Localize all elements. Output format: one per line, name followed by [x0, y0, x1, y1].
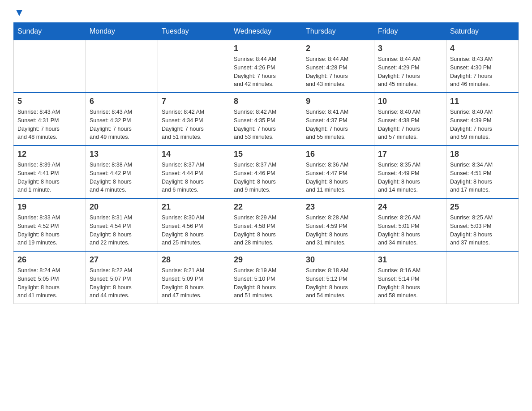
- calendar-cell: 3Sunrise: 8:44 AM Sunset: 4:29 PM Daylig…: [374, 40, 446, 93]
- weekday-header-sunday: Sunday: [14, 23, 86, 40]
- day-number: 31: [378, 255, 442, 265]
- day-info: Sunrise: 8:31 AM Sunset: 4:54 PM Dayligh…: [90, 214, 154, 247]
- day-info: Sunrise: 8:21 AM Sunset: 5:09 PM Dayligh…: [162, 266, 226, 300]
- calendar-week-row: 1Sunrise: 8:44 AM Sunset: 4:26 PM Daylig…: [14, 40, 519, 93]
- calendar-cell: 22Sunrise: 8:29 AM Sunset: 4:58 PM Dayli…: [230, 198, 302, 251]
- calendar-cell: 23Sunrise: 8:28 AM Sunset: 4:59 PM Dayli…: [302, 198, 374, 251]
- calendar-cell: 13Sunrise: 8:38 AM Sunset: 4:42 PM Dayli…: [86, 146, 158, 198]
- day-info: Sunrise: 8:19 AM Sunset: 5:10 PM Dayligh…: [234, 266, 298, 300]
- calendar-week-row: 26Sunrise: 8:24 AM Sunset: 5:05 PM Dayli…: [14, 251, 519, 304]
- day-number: 22: [234, 202, 298, 212]
- day-info: Sunrise: 8:43 AM Sunset: 4:30 PM Dayligh…: [450, 55, 515, 89]
- calendar-cell: 15Sunrise: 8:37 AM Sunset: 4:46 PM Dayli…: [230, 146, 302, 198]
- day-info: Sunrise: 8:16 AM Sunset: 5:14 PM Dayligh…: [378, 266, 442, 300]
- calendar-cell: 2Sunrise: 8:44 AM Sunset: 4:28 PM Daylig…: [302, 40, 374, 93]
- day-info: Sunrise: 8:29 AM Sunset: 4:58 PM Dayligh…: [234, 214, 298, 247]
- day-number: 21: [162, 202, 226, 212]
- day-number: 27: [90, 255, 154, 265]
- day-number: 28: [162, 255, 226, 265]
- calendar-cell: 21Sunrise: 8:30 AM Sunset: 4:56 PM Dayli…: [158, 198, 230, 251]
- calendar-cell: 20Sunrise: 8:31 AM Sunset: 4:54 PM Dayli…: [86, 198, 158, 251]
- day-info: Sunrise: 8:33 AM Sunset: 4:52 PM Dayligh…: [17, 214, 82, 247]
- day-info: Sunrise: 8:44 AM Sunset: 4:28 PM Dayligh…: [306, 55, 370, 89]
- day-number: 24: [378, 202, 442, 212]
- day-info: Sunrise: 8:30 AM Sunset: 4:56 PM Dayligh…: [162, 214, 226, 247]
- day-number: 19: [17, 202, 82, 212]
- calendar-cell: [86, 40, 158, 93]
- day-info: Sunrise: 8:36 AM Sunset: 4:47 PM Dayligh…: [306, 161, 370, 194]
- weekday-header-saturday: Saturday: [446, 23, 519, 40]
- weekday-header-tuesday: Tuesday: [158, 23, 230, 40]
- logo: [13, 9, 24, 18]
- day-number: 26: [17, 255, 82, 265]
- calendar-cell: 8Sunrise: 8:42 AM Sunset: 4:35 PM Daylig…: [230, 93, 302, 146]
- day-number: 23: [306, 202, 370, 212]
- day-info: Sunrise: 8:22 AM Sunset: 5:07 PM Dayligh…: [90, 266, 154, 300]
- day-number: 2: [306, 44, 370, 53]
- calendar-table: SundayMondayTuesdayWednesdayThursdayFrid…: [13, 22, 519, 304]
- day-number: 15: [234, 150, 298, 159]
- day-number: 14: [162, 150, 226, 159]
- day-number: 25: [450, 202, 515, 212]
- calendar-cell: 18Sunrise: 8:34 AM Sunset: 4:51 PM Dayli…: [446, 146, 519, 198]
- calendar-week-row: 12Sunrise: 8:39 AM Sunset: 4:41 PM Dayli…: [14, 146, 519, 198]
- day-info: Sunrise: 8:40 AM Sunset: 4:38 PM Dayligh…: [378, 108, 442, 141]
- calendar-cell: 16Sunrise: 8:36 AM Sunset: 4:47 PM Dayli…: [302, 146, 374, 198]
- calendar-cell: 7Sunrise: 8:42 AM Sunset: 4:34 PM Daylig…: [158, 93, 230, 146]
- calendar-header-row: SundayMondayTuesdayWednesdayThursdayFrid…: [14, 23, 519, 40]
- day-number: 29: [234, 255, 298, 265]
- day-number: 13: [90, 150, 154, 159]
- calendar-cell: 25Sunrise: 8:25 AM Sunset: 5:03 PM Dayli…: [446, 198, 519, 251]
- day-info: Sunrise: 8:35 AM Sunset: 4:49 PM Dayligh…: [378, 161, 442, 194]
- day-number: 11: [450, 97, 515, 106]
- day-number: 5: [17, 97, 82, 106]
- day-number: 3: [378, 44, 442, 53]
- day-info: Sunrise: 8:44 AM Sunset: 4:26 PM Dayligh…: [234, 55, 298, 89]
- calendar-week-row: 19Sunrise: 8:33 AM Sunset: 4:52 PM Dayli…: [14, 198, 519, 251]
- day-info: Sunrise: 8:37 AM Sunset: 4:44 PM Dayligh…: [162, 161, 226, 194]
- day-number: 16: [306, 150, 370, 159]
- day-info: Sunrise: 8:25 AM Sunset: 5:03 PM Dayligh…: [450, 214, 515, 247]
- calendar-cell: 30Sunrise: 8:18 AM Sunset: 5:12 PM Dayli…: [302, 251, 374, 304]
- weekday-header-thursday: Thursday: [302, 23, 374, 40]
- calendar-cell: 27Sunrise: 8:22 AM Sunset: 5:07 PM Dayli…: [86, 251, 158, 304]
- calendar-cell: 1Sunrise: 8:44 AM Sunset: 4:26 PM Daylig…: [230, 40, 302, 93]
- calendar-cell: 4Sunrise: 8:43 AM Sunset: 4:30 PM Daylig…: [446, 40, 519, 93]
- day-number: 9: [306, 97, 370, 106]
- calendar-cell: 29Sunrise: 8:19 AM Sunset: 5:10 PM Dayli…: [230, 251, 302, 304]
- day-info: Sunrise: 8:37 AM Sunset: 4:46 PM Dayligh…: [234, 161, 298, 194]
- calendar-cell: 19Sunrise: 8:33 AM Sunset: 4:52 PM Dayli…: [14, 198, 86, 251]
- weekday-header-monday: Monday: [86, 23, 158, 40]
- day-info: Sunrise: 8:42 AM Sunset: 4:35 PM Dayligh…: [234, 108, 298, 141]
- day-info: Sunrise: 8:39 AM Sunset: 4:41 PM Dayligh…: [17, 161, 82, 194]
- day-info: Sunrise: 8:43 AM Sunset: 4:31 PM Dayligh…: [17, 108, 82, 141]
- calendar-cell: 9Sunrise: 8:41 AM Sunset: 4:37 PM Daylig…: [302, 93, 374, 146]
- calendar-cell: 26Sunrise: 8:24 AM Sunset: 5:05 PM Dayli…: [14, 251, 86, 304]
- calendar-cell: 24Sunrise: 8:26 AM Sunset: 5:01 PM Dayli…: [374, 198, 446, 251]
- day-number: 18: [450, 150, 515, 159]
- day-info: Sunrise: 8:18 AM Sunset: 5:12 PM Dayligh…: [306, 266, 370, 300]
- calendar-cell: [446, 251, 519, 304]
- calendar-cell: 12Sunrise: 8:39 AM Sunset: 4:41 PM Dayli…: [14, 146, 86, 198]
- calendar-cell: 14Sunrise: 8:37 AM Sunset: 4:44 PM Dayli…: [158, 146, 230, 198]
- weekday-header-wednesday: Wednesday: [230, 23, 302, 40]
- svg-marker-0: [16, 10, 22, 16]
- calendar-cell: 31Sunrise: 8:16 AM Sunset: 5:14 PM Dayli…: [374, 251, 446, 304]
- calendar-cell: 5Sunrise: 8:43 AM Sunset: 4:31 PM Daylig…: [14, 93, 86, 146]
- weekday-header-friday: Friday: [374, 23, 446, 40]
- day-info: Sunrise: 8:44 AM Sunset: 4:29 PM Dayligh…: [378, 55, 442, 89]
- calendar-cell: 6Sunrise: 8:43 AM Sunset: 4:32 PM Daylig…: [86, 93, 158, 146]
- page-header: [13, 9, 519, 18]
- day-number: 8: [234, 97, 298, 106]
- day-number: 30: [306, 255, 370, 265]
- day-info: Sunrise: 8:43 AM Sunset: 4:32 PM Dayligh…: [90, 108, 154, 141]
- day-info: Sunrise: 8:24 AM Sunset: 5:05 PM Dayligh…: [17, 266, 82, 300]
- day-number: 17: [378, 150, 442, 159]
- day-info: Sunrise: 8:34 AM Sunset: 4:51 PM Dayligh…: [450, 161, 515, 194]
- day-info: Sunrise: 8:40 AM Sunset: 4:39 PM Dayligh…: [450, 108, 515, 141]
- day-info: Sunrise: 8:28 AM Sunset: 4:59 PM Dayligh…: [306, 214, 370, 247]
- calendar-cell: 17Sunrise: 8:35 AM Sunset: 4:49 PM Dayli…: [374, 146, 446, 198]
- logo-triangle-icon: [14, 8, 24, 18]
- calendar-cell: 10Sunrise: 8:40 AM Sunset: 4:38 PM Dayli…: [374, 93, 446, 146]
- day-info: Sunrise: 8:41 AM Sunset: 4:37 PM Dayligh…: [306, 108, 370, 141]
